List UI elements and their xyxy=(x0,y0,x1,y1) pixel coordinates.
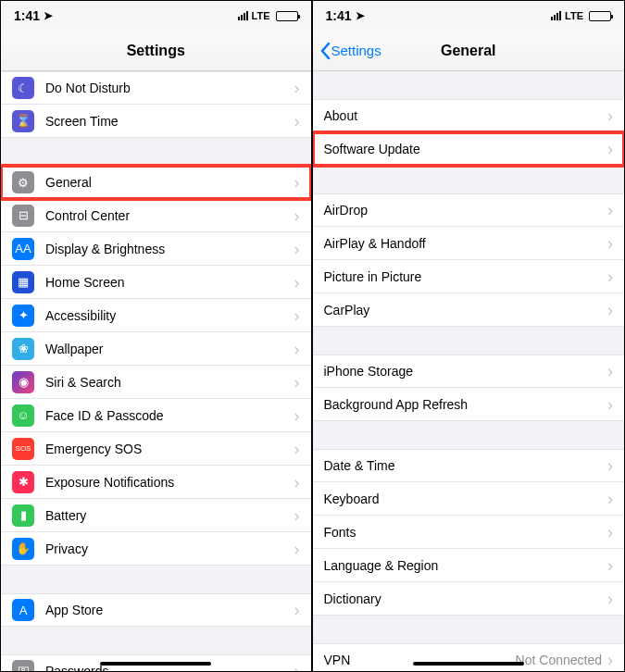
accessibility-icon: ✦ xyxy=(12,305,34,327)
home-indicator[interactable] xyxy=(100,662,211,666)
status-time: 1:41 xyxy=(14,8,40,23)
settings-list[interactable]: ☾Do Not Disturb›⌛Screen Time›⚙General›⊟C… xyxy=(1,71,311,671)
row-label: Language & Region xyxy=(324,558,608,573)
chevron-right-icon: › xyxy=(607,491,613,507)
chevron-right-icon: › xyxy=(294,207,300,224)
settings-row-battery[interactable]: ▮Battery› xyxy=(1,499,311,532)
chevron-right-icon: › xyxy=(607,396,613,413)
chevron-right-icon: › xyxy=(294,341,300,357)
general-row-dictionary[interactable]: Dictionary› xyxy=(313,582,625,616)
chevron-right-icon: › xyxy=(294,602,300,618)
general-row-vpn[interactable]: VPNNot Connected› xyxy=(313,643,625,671)
row-label: App Store xyxy=(45,603,294,617)
sos-icon: SOS xyxy=(12,438,34,460)
privacy-icon: ✋ xyxy=(12,538,34,560)
chevron-left-icon xyxy=(319,42,331,60)
row-label: Fonts xyxy=(324,525,608,540)
status-carrier: LTE xyxy=(252,10,270,21)
settings-row-emergency-sos[interactable]: SOSEmergency SOS› xyxy=(1,432,311,466)
key-icon: ⚿ xyxy=(12,660,34,671)
moon-icon: ☾ xyxy=(12,77,34,99)
chevron-right-icon: › xyxy=(294,274,300,291)
row-value: Not Connected xyxy=(516,653,602,667)
chevron-right-icon: › xyxy=(294,507,300,524)
settings-row-do-not-disturb[interactable]: ☾Do Not Disturb› xyxy=(1,71,311,105)
settings-row-screen-time[interactable]: ⌛Screen Time› xyxy=(1,105,311,138)
settings-row-control-center[interactable]: ⊟Control Center› xyxy=(1,199,311,232)
settings-row-exposure-notifications[interactable]: ✱Exposure Notifications› xyxy=(1,466,311,499)
hourglass-icon: ⌛ xyxy=(12,110,34,132)
settings-row-siri-search[interactable]: ◉Siri & Search› xyxy=(1,366,311,399)
status-bar: 1:41 ➤ LTE xyxy=(313,1,625,31)
row-label: Wallpaper xyxy=(45,342,294,356)
chevron-right-icon: › xyxy=(294,407,300,424)
exposure-icon: ✱ xyxy=(12,471,34,493)
row-label: Emergency SOS xyxy=(45,442,294,456)
back-button[interactable]: Settings xyxy=(319,42,381,60)
general-row-iphone-storage[interactable]: iPhone Storage› xyxy=(313,355,625,388)
settings-row-app-store[interactable]: AApp Store› xyxy=(1,593,311,627)
row-label: AirDrop xyxy=(324,203,608,218)
row-label: Siri & Search xyxy=(45,375,294,390)
general-row-airdrop[interactable]: AirDrop› xyxy=(313,193,625,227)
location-icon: ➤ xyxy=(44,9,53,22)
chevron-right-icon: › xyxy=(607,591,613,607)
row-label: Display & Brightness xyxy=(45,242,294,256)
signal-icon xyxy=(238,11,248,20)
settings-row-general[interactable]: ⚙General› xyxy=(1,166,311,199)
general-row-carplay[interactable]: CarPlay› xyxy=(313,293,625,327)
settings-row-display-brightness[interactable]: AADisplay & Brightness› xyxy=(1,232,311,266)
chevron-right-icon: › xyxy=(607,457,613,474)
row-label: Software Update xyxy=(324,142,608,156)
general-row-about[interactable]: About› xyxy=(313,99,625,132)
general-row-fonts[interactable]: Fonts› xyxy=(313,516,625,549)
row-label: About xyxy=(324,108,608,123)
row-label: Background App Refresh xyxy=(324,397,608,412)
settings-row-home-screen[interactable]: ▦Home Screen› xyxy=(1,266,311,299)
general-row-airplay-handoff[interactable]: AirPlay & Handoff› xyxy=(313,227,625,260)
chevron-right-icon: › xyxy=(294,241,300,257)
aa-icon: AA xyxy=(12,238,34,260)
general-row-picture-in-picture[interactable]: Picture in Picture› xyxy=(313,260,625,293)
chevron-right-icon: › xyxy=(607,107,613,124)
back-label: Settings xyxy=(331,43,381,58)
switches-icon: ⊟ xyxy=(12,205,34,227)
general-list[interactable]: About›Software Update›AirDrop›AirPlay & … xyxy=(313,71,625,671)
page-title: Settings xyxy=(127,43,185,59)
chevron-right-icon: › xyxy=(294,663,300,671)
general-row-keyboard[interactable]: Keyboard› xyxy=(313,482,625,516)
settings-row-wallpaper[interactable]: ❀Wallpaper› xyxy=(1,332,311,366)
general-row-date-time[interactable]: Date & Time› xyxy=(313,449,625,482)
home-indicator[interactable] xyxy=(413,662,524,666)
battery-icon: ▮ xyxy=(12,504,34,527)
settings-row-face-id-passcode[interactable]: ☺Face ID & Passcode› xyxy=(1,399,311,432)
chevron-right-icon: › xyxy=(294,80,300,96)
chevron-right-icon: › xyxy=(294,307,300,324)
row-label: Accessibility xyxy=(45,308,294,323)
chevron-right-icon: › xyxy=(607,524,613,541)
row-label: Face ID & Passcode xyxy=(45,408,294,423)
row-label: Home Screen xyxy=(45,275,294,290)
general-row-language-region[interactable]: Language & Region› xyxy=(313,549,625,582)
chevron-right-icon: › xyxy=(607,557,613,574)
row-label: Privacy xyxy=(45,541,294,556)
gear-icon: ⚙ xyxy=(12,171,34,193)
row-label: Exposure Notifications xyxy=(45,475,294,490)
status-carrier: LTE xyxy=(565,10,583,21)
general-row-software-update[interactable]: Software Update› xyxy=(313,132,625,166)
chevron-right-icon: › xyxy=(294,374,300,391)
chevron-right-icon: › xyxy=(607,202,613,218)
general-row-background-app-refresh[interactable]: Background App Refresh› xyxy=(313,388,625,421)
chevron-right-icon: › xyxy=(294,441,300,457)
status-bar: 1:41 ➤ LTE xyxy=(1,1,311,31)
chevron-right-icon: › xyxy=(607,235,613,252)
row-label: Picture in Picture xyxy=(324,269,608,284)
appstore-icon: A xyxy=(12,599,34,621)
chevron-right-icon: › xyxy=(607,363,613,380)
battery-icon xyxy=(276,11,298,21)
chevron-right-icon: › xyxy=(607,141,613,157)
settings-row-accessibility[interactable]: ✦Accessibility› xyxy=(1,299,311,332)
row-label: Screen Time xyxy=(45,114,294,129)
chevron-right-icon: › xyxy=(294,113,300,130)
settings-row-privacy[interactable]: ✋Privacy› xyxy=(1,532,311,566)
